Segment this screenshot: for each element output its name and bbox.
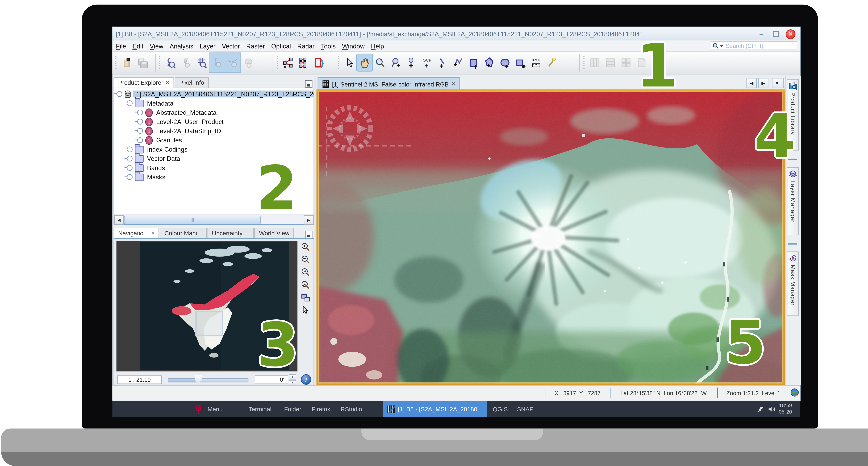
zoom-all-icon[interactable]: A <box>301 280 310 290</box>
expand-toggle-icon[interactable] <box>127 156 133 162</box>
sync-cursor-icon[interactable] <box>301 306 310 315</box>
image-view[interactable] <box>316 89 785 385</box>
slider-thumb[interactable] <box>195 375 202 384</box>
polygon-draw-button[interactable] <box>482 54 497 71</box>
tab-mask-manager[interactable]: Mask Manager <box>787 252 799 316</box>
volume-icon[interactable] <box>768 405 775 413</box>
menu-layer[interactable]: Layer <box>198 42 217 50</box>
tab-uncertainty[interactable]: Uncertainty ... <box>207 228 254 238</box>
ellipse-draw-button[interactable] <box>497 54 513 71</box>
restore-button[interactable] <box>771 29 780 38</box>
pan-tool-button[interactable] <box>357 54 372 71</box>
prev-view-button[interactable]: ◀ <box>746 78 757 88</box>
debian-menu-icon[interactable] <box>194 404 203 414</box>
sync-views-icon[interactable] <box>301 293 310 302</box>
menu-raster[interactable]: Raster <box>245 42 266 50</box>
tab-layer-manager[interactable]: Layer Manager <box>787 167 799 235</box>
title-bar[interactable]: [1] B8 - [S2A_MSIL2A_20180406T115221_N02… <box>113 27 800 41</box>
panel-splitter[interactable] <box>314 76 316 385</box>
tab-colour-manipulation[interactable]: Colour Mani... <box>160 228 207 238</box>
drag-handle-icon[interactable] <box>583 56 586 69</box>
zoom-slider[interactable] <box>168 375 247 384</box>
menu-analysis[interactable]: Analysis <box>168 42 194 50</box>
minimize-button[interactable]: – <box>757 29 766 38</box>
minimize-panel-button[interactable] <box>305 231 312 238</box>
search-field[interactable] <box>711 41 797 50</box>
tree-row-granules[interactable]: Granules <box>114 136 313 145</box>
menu-file[interactable]: File <box>115 42 127 50</box>
zoom-pixel-icon[interactable]: P <box>301 268 310 277</box>
drag-handle-icon[interactable] <box>276 56 279 69</box>
zoom-in-icon[interactable] <box>301 242 310 252</box>
graph-builder-button[interactable] <box>280 54 296 71</box>
gcp-manager-button[interactable] <box>194 54 209 71</box>
tab-product-explorer[interactable]: Product Explorer✕ <box>114 77 174 88</box>
zoom-tool-button[interactable] <box>372 54 388 71</box>
zoom-selection-button[interactable] <box>388 54 404 71</box>
menu-edit[interactable]: Edit <box>131 42 145 50</box>
expand-toggle-icon[interactable] <box>127 100 133 106</box>
menu-vector[interactable]: Vector <box>221 42 241 50</box>
tree-row-metadata[interactable]: Metadata <box>114 99 313 108</box>
tree-row-product[interactable]: [1] S2A_MSIL2A_20180406T115221_N0207_R12… <box>114 89 313 99</box>
expand-toggle-icon[interactable] <box>137 110 143 115</box>
drag-handle-icon[interactable] <box>115 56 118 69</box>
tab-world-view[interactable]: World View <box>254 228 294 238</box>
expand-toggle-icon[interactable] <box>127 165 133 171</box>
open-product-button[interactable] <box>119 54 134 71</box>
magic-select-button[interactable] <box>513 54 528 71</box>
taskbar-menu[interactable]: Menu <box>208 405 222 412</box>
scroll-left-icon[interactable]: ◀ <box>114 215 124 225</box>
tile-columns-button[interactable] <box>587 54 602 71</box>
taskbar-qgis[interactable]: QGIS <box>493 405 508 412</box>
batch-processing-button[interactable] <box>296 54 311 71</box>
tile-rows-button[interactable] <box>602 54 618 71</box>
menu-radar[interactable]: Radar <box>296 42 316 50</box>
taskbar-terminal[interactable]: Terminal <box>249 405 272 412</box>
gcp-insert-button[interactable]: GCP <box>419 54 435 71</box>
spatial-subset-button[interactable] <box>311 54 327 71</box>
gcp-label-button[interactable]: GCP <box>225 54 241 71</box>
expand-toggle-icon[interactable] <box>137 137 143 143</box>
rectangle-draw-button[interactable] <box>466 54 482 71</box>
expand-toggle-icon[interactable] <box>127 174 133 180</box>
tree-row-level2a-datastrip[interactable]: Level-2A_DataStrip_ID <box>114 126 313 136</box>
save-product-button[interactable] <box>134 54 150 71</box>
scroll-right-icon[interactable]: ▶ <box>304 215 313 225</box>
scrollbar-thumb[interactable] <box>124 216 260 225</box>
menu-help[interactable]: Help <box>370 42 385 50</box>
minimize-panel-button[interactable] <box>305 80 312 88</box>
next-view-button[interactable]: ▶ <box>758 78 769 88</box>
taskbar-rstudio[interactable]: RStudio <box>341 405 362 412</box>
viewport-rectangle[interactable] <box>196 312 222 336</box>
tab-navigation[interactable]: Navigatio...✕ <box>114 228 159 238</box>
menu-tools[interactable]: Tools <box>320 42 337 50</box>
taskbar-active-snap-task[interactable]: [1] B8 - [S2A_MSIL2A_20180... <box>383 401 487 417</box>
taskbar-clock[interactable]: 18:59 05-20 <box>779 402 792 415</box>
expand-toggle-icon[interactable] <box>137 119 143 124</box>
close-button[interactable]: ✕ <box>786 29 796 39</box>
close-tab-icon[interactable]: ✕ <box>166 80 169 85</box>
polyline-draw-button[interactable] <box>450 54 466 71</box>
globe-status-icon[interactable] <box>790 388 799 397</box>
search-input[interactable] <box>724 42 796 50</box>
pin-manager-button[interactable] <box>162 54 178 71</box>
close-tab-icon[interactable]: ✕ <box>151 231 155 236</box>
menu-optical[interactable]: Optical <box>270 42 292 50</box>
pin-insert-button[interactable] <box>403 54 419 71</box>
taskbar-firefox[interactable]: Firefox <box>312 405 330 412</box>
help-button[interactable]: ? <box>301 374 311 385</box>
tree-row-index-codings[interactable]: Index Codings <box>114 145 313 154</box>
zoom-out-icon[interactable] <box>301 255 310 264</box>
taskbar-snap[interactable]: SNAP <box>517 405 533 412</box>
tree-row-level2a-user-product[interactable]: Level-2A_User_Product <box>114 117 313 126</box>
menu-window[interactable]: Window <box>341 42 366 50</box>
drag-handle-icon[interactable] <box>337 56 340 69</box>
tree-row-abstracted-metadata[interactable]: Abstracted_Metadata <box>114 108 313 117</box>
gcp-magnifier-button[interactable] <box>209 54 225 71</box>
select-tool-button[interactable] <box>341 54 357 71</box>
taskbar-folder[interactable]: Folder <box>284 405 301 412</box>
magic-wand-button[interactable] <box>544 54 559 71</box>
zoom-ratio-field[interactable]: 1 : 21.19 <box>117 375 162 384</box>
drag-handle-icon[interactable] <box>158 56 161 69</box>
